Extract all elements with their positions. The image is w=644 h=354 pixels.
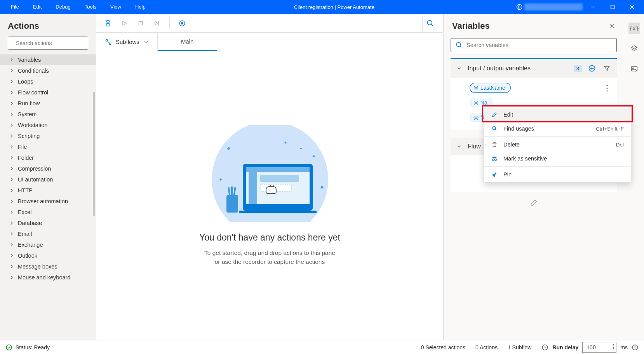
menu-file[interactable]: File xyxy=(4,0,26,14)
tree-item-email[interactable]: Email xyxy=(0,228,96,239)
svg-point-33 xyxy=(456,42,461,47)
run-button[interactable] xyxy=(118,17,131,30)
chevron-right-icon xyxy=(9,123,14,127)
record-icon xyxy=(179,20,186,27)
rail-ui-elements-button[interactable] xyxy=(628,43,640,54)
canvas-search-button[interactable] xyxy=(422,16,438,31)
chevron-right-icon xyxy=(9,177,14,182)
info-icon[interactable] xyxy=(632,344,639,351)
spinner-buttons[interactable]: ▴▾ xyxy=(613,343,614,350)
variable-more-button[interactable] xyxy=(603,82,611,94)
tree-item-browser-automation[interactable]: Browser automation xyxy=(0,196,96,207)
actions-search[interactable] xyxy=(8,37,88,50)
minimize-button[interactable] xyxy=(584,0,602,14)
variables-search[interactable] xyxy=(451,38,617,52)
tree-item-workstation[interactable]: Workstation xyxy=(0,120,96,131)
tree-item-folder[interactable]: Folder xyxy=(0,152,96,163)
menu-help[interactable]: Help xyxy=(128,0,153,14)
close-button[interactable] xyxy=(623,0,641,14)
environment-name[interactable] xyxy=(524,3,583,10)
chevron-right-icon xyxy=(9,264,14,269)
chevron-right-icon xyxy=(9,166,14,171)
tree-item-conditionals[interactable]: Conditionals xyxy=(0,65,96,76)
menu-view[interactable]: View xyxy=(103,0,128,14)
status-selected: 0 Selected actions xyxy=(421,344,465,351)
tree-item-scripting[interactable]: Scripting xyxy=(0,131,96,141)
variable-pill-na[interactable]: {x}Na xyxy=(470,98,493,107)
designer-canvas[interactable]: You don't have any actions here yet To g… xyxy=(96,51,443,340)
eraser-button[interactable] xyxy=(530,199,538,207)
io-variables-section[interactable]: Input / output variables 3 xyxy=(451,58,617,78)
tab-main[interactable]: Main xyxy=(158,33,218,51)
menu-tools[interactable]: Tools xyxy=(78,0,103,14)
close-panel-button[interactable] xyxy=(609,23,615,29)
variable-pill-lastname[interactable]: {x}LastName xyxy=(470,83,510,92)
variable-name: Na xyxy=(480,99,487,106)
chevron-right-icon xyxy=(9,199,14,204)
ctx-pin[interactable]: Pin xyxy=(484,167,631,181)
svg-point-13 xyxy=(427,20,432,25)
ctx-edit[interactable]: Edit xyxy=(484,108,631,122)
actions-tree[interactable]: Variables Conditionals Loops Flow contro… xyxy=(0,54,96,340)
ctx-mark-sensitive[interactable]: Mark as sensitive xyxy=(484,152,631,166)
svg-point-39 xyxy=(606,87,607,89)
tree-item-flow-control[interactable]: Flow control xyxy=(0,87,96,98)
save-button[interactable] xyxy=(102,17,114,30)
status-text: Status: Ready xyxy=(16,344,50,351)
tree-item-system[interactable]: System xyxy=(0,109,96,120)
tree-item-file[interactable]: File xyxy=(0,141,96,152)
tree-item-database[interactable]: Database xyxy=(0,218,96,228)
tree-label: Mouse and keyboard xyxy=(18,274,70,281)
actions-title: Actions xyxy=(0,14,96,37)
step-button[interactable] xyxy=(151,17,163,30)
rail-images-button[interactable] xyxy=(628,63,640,75)
tree-item-outlook[interactable]: Outlook xyxy=(0,250,96,261)
tree-label: HTTP xyxy=(18,187,33,194)
scrollbar-thumb[interactable] xyxy=(93,92,95,216)
tree-label: Outlook xyxy=(18,253,37,259)
run-delay-input[interactable]: 100 ▴▾ xyxy=(582,342,616,353)
menu-edit[interactable]: Edit xyxy=(26,0,49,14)
tree-item-ui-automation[interactable]: UI automation xyxy=(0,174,96,185)
environment-icon[interactable] xyxy=(516,3,523,10)
record-button[interactable] xyxy=(176,17,188,30)
chevron-right-icon xyxy=(9,79,14,84)
step-icon xyxy=(153,20,160,26)
svg-point-5 xyxy=(12,43,12,43)
tree-item-excel[interactable]: Excel xyxy=(0,207,96,218)
subflows-dropdown[interactable]: Subflows xyxy=(96,33,158,51)
filter-button[interactable] xyxy=(602,64,611,73)
chevron-down-icon xyxy=(143,39,149,45)
subflows-label: Subflows xyxy=(116,38,139,45)
tree-item-compression[interactable]: Compression xyxy=(0,163,96,174)
play-icon xyxy=(121,20,127,26)
chevron-right-icon xyxy=(9,101,14,106)
svg-point-12 xyxy=(181,22,183,24)
tree-item-exchange[interactable]: Exchange xyxy=(0,239,96,250)
stop-button[interactable] xyxy=(134,17,147,30)
tree-item-message-boxes[interactable]: Message boxes xyxy=(0,261,96,272)
divider xyxy=(169,17,170,30)
tree-item-variables[interactable]: Variables xyxy=(0,54,96,65)
ctx-delete[interactable]: Delete Del xyxy=(484,138,631,152)
variables-search-input[interactable] xyxy=(466,42,612,48)
add-variable-button[interactable] xyxy=(587,64,597,73)
actions-panel: Actions Variables Conditionals Loops Flo… xyxy=(0,14,96,340)
tree-item-loops[interactable]: Loops xyxy=(0,76,96,87)
chevron-right-icon xyxy=(9,275,14,280)
tree-item-mouse-keyboard[interactable]: Mouse and keyboard xyxy=(0,272,96,283)
maximize-button[interactable] xyxy=(604,0,621,14)
plus-circle-icon xyxy=(588,65,596,72)
rail-variables-button[interactable]: {x} xyxy=(628,23,640,34)
svg-point-46 xyxy=(495,159,497,161)
ctx-label: Mark as sensitive xyxy=(503,155,547,162)
designer-area: Subflows Main You don' xyxy=(96,14,444,340)
tree-item-run-flow[interactable]: Run flow xyxy=(0,98,96,109)
svg-rect-20 xyxy=(246,167,310,172)
ctx-find-usages[interactable]: Find usages Ctrl+Shift+F xyxy=(484,122,631,136)
actions-search-input[interactable] xyxy=(16,40,84,46)
svg-rect-22 xyxy=(260,175,299,182)
menu-debug[interactable]: Debug xyxy=(49,0,77,14)
empty-line2: or use the recorder to capture the actio… xyxy=(204,257,335,266)
tree-item-http[interactable]: HTTP xyxy=(0,185,96,196)
